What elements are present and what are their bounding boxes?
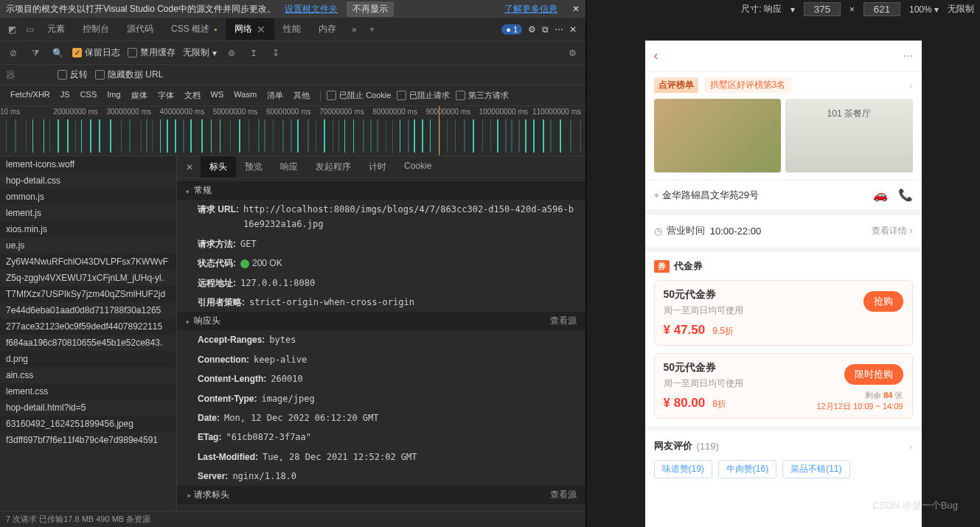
request-row[interactable]: xios.min.js <box>0 221 176 237</box>
type-文档[interactable]: 文档 <box>180 88 205 102</box>
type-JS[interactable]: JS <box>56 88 74 102</box>
tab-性能[interactable]: 性能 <box>274 18 310 40</box>
tab-控制台[interactable]: 控制台 <box>74 18 118 40</box>
settings-icon[interactable]: ⚙ <box>528 24 536 35</box>
tab-元素[interactable]: 元素 <box>38 18 74 40</box>
close-detail-icon[interactable]: ✕ <box>180 162 199 172</box>
buy-button[interactable]: 抢购 <box>863 291 903 312</box>
general-section[interactable]: 常规 <box>177 181 585 200</box>
coupon-card[interactable]: 50元代金券周一至周日均可使用¥ 47.509.5折抢购 <box>654 280 913 346</box>
request-row[interactable]: T7MfXzx7USPIkSy7jzm40qZSmlHUF2jd <box>0 286 176 302</box>
request-row[interactable]: f684aa196c870810655e45b1e52ce843. <box>0 335 176 351</box>
request-row[interactable]: lement.css <box>0 383 176 399</box>
stop-record-icon[interactable]: ⊘ <box>6 46 21 60</box>
request-row[interactable]: hop-detail.html?id=5 <box>0 399 176 416</box>
request-row[interactable]: 277ace32123e0c9f59dedf44078922115 <box>0 318 176 335</box>
more-tabs-icon[interactable]: » <box>345 21 363 38</box>
type-其他[interactable]: 其他 <box>289 88 314 102</box>
request-row[interactable]: 63160492_1624251899456.jpeg <box>0 416 176 432</box>
close-devtools-icon[interactable]: ✕ <box>569 24 577 35</box>
request-row[interactable]: ue.js <box>0 237 176 254</box>
request-row[interactable]: Z5q-zgglv4VXEWU71xCFjnLM_jUHq-yl. <box>0 270 176 286</box>
dock-icon[interactable]: ⧉ <box>542 24 549 35</box>
device-icon[interactable]: ▭ <box>21 21 38 38</box>
request-row[interactable]: ommon.js <box>0 189 176 205</box>
height-input[interactable] <box>863 2 900 16</box>
preserve-log-checkbox[interactable]: 保留日志 <box>72 46 120 59</box>
type-字体[interactable]: 字体 <box>153 88 178 102</box>
request-row[interactable]: f3dff697bf7f6e11f4b79c4e7d989e4591 <box>0 432 176 448</box>
request-row[interactable]: lement.js <box>0 205 176 221</box>
clock-icon: ◷ <box>654 226 662 237</box>
search-icon[interactable]: 🔍 <box>50 46 65 60</box>
inspect-icon[interactable]: ◩ <box>3 21 21 38</box>
tab-内存[interactable]: 内存 <box>310 18 345 40</box>
set-root-link[interactable]: 设置根文件夹 <box>285 3 338 15</box>
download-icon[interactable]: ↧ <box>268 46 283 60</box>
view-source-link[interactable]: 查看源 <box>550 315 577 327</box>
settings-gear-icon[interactable]: ⚙ <box>565 46 580 60</box>
request-row[interactable]: 7e44d6eba01aad0d8d711788f30a1265 <box>0 302 176 318</box>
type-CSS[interactable]: CSS <box>76 88 102 102</box>
throttle-select[interactable]: 无限制 <box>948 3 974 15</box>
review-tag[interactable]: 味道赞(19) <box>654 460 712 478</box>
request-row[interactable]: ain.css <box>0 367 176 383</box>
disable-cache-checkbox[interactable]: 禁用缓存 <box>128 46 176 59</box>
hide-data-url-checkbox[interactable]: 隐藏数据 URL <box>95 69 163 81</box>
more-icon[interactable]: ⋯ <box>903 50 913 61</box>
tab-网络[interactable]: 网络✕ <box>226 18 274 40</box>
hide-button[interactable]: 不再显示 <box>347 1 394 17</box>
coupon-card[interactable]: 50元代金券周一至周日均可使用¥ 80.008折限时抢购剩余 84 张12月12… <box>654 353 913 419</box>
detail-tab-预览[interactable]: 预览 <box>236 156 271 178</box>
tab-CSS 概述[interactable]: CSS 概述▪ <box>162 18 226 40</box>
type-Wasm[interactable]: Wasm <box>229 88 261 102</box>
zoom-select[interactable]: 100% ▾ <box>909 4 939 15</box>
request-list[interactable]: lement-icons.woffhop-detail.cssommon.jsl… <box>0 156 177 511</box>
filter-input[interactable] <box>6 69 50 80</box>
detail-tab-计时[interactable]: 计时 <box>360 156 395 178</box>
gallery[interactable]: 101 茶餐厅 <box>645 99 922 180</box>
upload-icon[interactable]: ↥ <box>246 46 261 60</box>
view-detail-link[interactable]: 查看详情 › <box>872 225 912 237</box>
request-row[interactable]: d.png <box>0 351 176 367</box>
type-媒体[interactable]: 媒体 <box>127 88 152 102</box>
close-icon[interactable]: ✕ <box>572 4 580 14</box>
request-row[interactable]: Zy6W4NwuRFchlOi43DVLPFsx7KWWvF <box>0 254 176 270</box>
type-清单[interactable]: 清单 <box>263 88 288 102</box>
buy-button[interactable]: 限时抢购 <box>844 364 903 385</box>
type-WS[interactable]: WS <box>206 88 229 102</box>
detail-tab-Cookie[interactable]: Cookie <box>395 156 440 178</box>
phone-icon[interactable]: 📞 <box>898 188 913 202</box>
invert-checkbox[interactable]: 反转 <box>58 69 88 81</box>
kebab-icon[interactable]: ⋯ <box>555 24 563 35</box>
review-tag[interactable]: 菜品不错(11) <box>782 460 849 478</box>
filter-icon[interactable]: ⧩ <box>28 46 43 60</box>
throttle-select[interactable]: 无限制 ▾ <box>183 46 217 59</box>
address-text: 金华路锦昌文华苑29号 <box>662 189 759 202</box>
width-input[interactable] <box>804 2 841 16</box>
back-icon[interactable]: ‹ <box>654 48 658 63</box>
detail-tab-发起程序[interactable]: 发起程序 <box>307 156 360 178</box>
tab-源代码[interactable]: 源代码 <box>118 18 162 40</box>
gallery-img-1[interactable] <box>654 99 782 172</box>
learn-more-link[interactable]: 了解更多信息 <box>504 3 557 15</box>
rank-row[interactable]: 点评榜单 拱墅区好评榜第3名 › <box>645 71 922 99</box>
address-row[interactable]: ⌖ 金华路锦昌文华苑29号 🚗 📞 <box>645 180 922 215</box>
wifi-icon[interactable]: ⊚ <box>224 46 239 60</box>
timeline[interactable]: 10 ms20000000 ms30000000 ms40000000 ms50… <box>0 106 585 156</box>
detail-tab-标头[interactable]: 标头 <box>201 156 236 178</box>
review-tag[interactable]: 牛肉赞(16) <box>718 460 776 478</box>
request-headers-section[interactable]: 请求标头查看源 <box>177 486 585 504</box>
type-Img[interactable]: Img <box>102 88 125 102</box>
request-row[interactable]: lement-icons.woff <box>0 156 176 172</box>
request-row[interactable]: hop-detail.css <box>0 172 176 189</box>
response-headers-section[interactable]: 响应头查看源 <box>177 312 585 330</box>
add-tab-icon[interactable]: + <box>363 21 380 38</box>
hours-row[interactable]: ◷ 营业时间 10:00-22:00 查看详情 › <box>645 215 922 252</box>
reviews-header[interactable]: 网友评价 (119) › <box>645 426 922 460</box>
gallery-img-2[interactable]: 101 茶餐厅 <box>785 99 913 172</box>
car-icon[interactable]: 🚗 <box>873 188 888 202</box>
detail-tab-响应[interactable]: 响应 <box>271 156 307 178</box>
issues-badge[interactable]: ● 1 <box>501 24 522 35</box>
type-Fetch/XHR[interactable]: Fetch/XHR <box>6 88 55 102</box>
